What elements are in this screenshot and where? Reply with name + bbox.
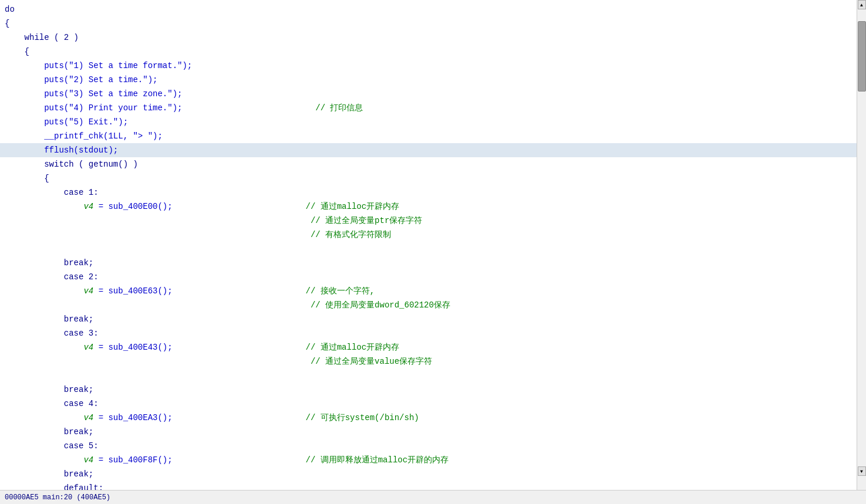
code-token: break;	[5, 385, 93, 394]
code-token: case 4:	[5, 399, 99, 408]
code-line: break;	[0, 312, 857, 326]
code-token: puts("2) Set a time.");	[5, 75, 157, 84]
code-token: puts("1) Set a time format.");	[5, 61, 192, 70]
status-text: 00000AE5 main:20 (400AE5)	[5, 493, 110, 502]
code-token: break;	[5, 469, 93, 479]
code-token: // 接收一个字符,	[173, 286, 375, 296]
code-line: // 通过全局变量value保存字符	[0, 354, 857, 368]
code-token: case 1:	[5, 188, 99, 197]
code-token: do	[5, 5, 15, 14]
code-token: // 可执行system(/bin/sh)	[173, 412, 419, 423]
code-line: fflush(stdout);	[0, 143, 857, 157]
code-line: switch ( getnum() )	[0, 157, 857, 171]
code-token: break;	[5, 427, 93, 437]
code-token: // 通过全局变量value保存字符	[5, 356, 432, 367]
scroll-down-arrow[interactable]: ▼	[858, 466, 866, 476]
code-token: puts("5) Exit.");	[5, 117, 128, 127]
code-line: v4 = sub_400E63(); // 接收一个字符,	[0, 284, 857, 298]
code-token: case 5:	[5, 441, 99, 451]
code-token: = sub_400EA3();	[93, 413, 172, 422]
code-token: = sub_400F8F();	[93, 455, 172, 465]
code-line: case 1:	[0, 185, 857, 199]
code-token: = sub_400E00();	[93, 202, 172, 211]
scroll-thumb[interactable]	[858, 21, 866, 92]
code-token: // 通过malloc开辟内存	[173, 342, 399, 353]
code-line: {	[0, 45, 857, 59]
code-line	[0, 242, 857, 256]
code-token: v4	[5, 455, 93, 465]
code-line: default:	[0, 481, 857, 490]
code-line: do	[0, 2, 857, 16]
code-token: {	[5, 174, 49, 183]
code-container: do{ while ( 2 ) { puts("1) Set a time fo…	[0, 0, 866, 490]
code-token: {	[5, 19, 9, 28]
code-line: case 4:	[0, 397, 857, 411]
code-line: v4 = sub_400E43(); // 通过malloc开辟内存	[0, 340, 857, 354]
code-token: // 打印信息	[182, 103, 363, 113]
code-line: puts("3) Set a time zone.");	[0, 87, 857, 101]
code-token: = sub_400E43();	[93, 343, 172, 352]
code-line: // 通过全局变量ptr保存字符	[0, 214, 857, 228]
code-token: = sub_400E63();	[93, 286, 172, 296]
code-token: case 3:	[5, 329, 99, 338]
code-line: v4 = sub_400EA3(); // 可执行system(/bin/sh)	[0, 411, 857, 425]
code-token: break;	[5, 314, 93, 324]
code-line: while ( 2 )	[0, 31, 857, 45]
code-line: puts("1) Set a time format.");	[0, 59, 857, 73]
code-token: v4	[5, 286, 93, 296]
code-token: switch ( getnum() )	[5, 160, 138, 169]
code-token: v4	[5, 343, 93, 352]
code-token: __printf_chk(1LL, "> ");	[5, 131, 163, 141]
code-token: default:	[5, 483, 103, 490]
code-token: while ( 2 )	[5, 33, 79, 42]
status-bar: 00000AE5 main:20 (400AE5)	[0, 490, 866, 504]
code-line: {	[0, 16, 857, 31]
code-line: v4 = sub_400F8F(); // 调用即释放通过malloc开辟的内存	[0, 453, 857, 467]
code-line: break;	[0, 256, 857, 270]
code-line: puts("5) Exit.");	[0, 115, 857, 129]
code-token: puts("3) Set a time zone.");	[5, 89, 182, 99]
code-line: puts("2) Set a time.");	[0, 73, 857, 87]
code-line: // 有格式化字符限制	[0, 228, 857, 242]
scroll-up-arrow[interactable]: ▲	[858, 0, 866, 9]
code-token: break;	[5, 258, 93, 268]
code-token: // 使用全局变量dword_602120保存	[5, 300, 450, 310]
code-token: puts("4) Print your time.");	[5, 103, 182, 113]
code-line: __printf_chk(1LL, "> ");	[0, 129, 857, 143]
code-token: // 有格式化字符限制	[5, 229, 391, 240]
code-line	[0, 368, 857, 383]
code-token: v4	[5, 413, 93, 422]
code-token: case 2:	[5, 272, 99, 282]
code-line: {	[0, 171, 857, 185]
code-token: fflush(stdout);	[5, 146, 118, 155]
code-line: break;	[0, 467, 857, 481]
code-line: // 使用全局变量dword_602120保存	[0, 298, 857, 312]
code-token: // 调用即释放通过malloc开辟的内存	[173, 455, 449, 465]
code-line: case 5:	[0, 439, 857, 453]
code-line: puts("4) Print your time."); // 打印信息	[0, 101, 857, 115]
code-line: break;	[0, 383, 857, 397]
code-token: v4	[5, 202, 93, 211]
code-line: break;	[0, 425, 857, 439]
code-line: v4 = sub_400E00(); // 通过malloc开辟内存	[0, 199, 857, 214]
code-line: case 2:	[0, 270, 857, 284]
scrollbar[interactable]: ▲ ▼	[857, 0, 866, 490]
code-token: {	[5, 47, 29, 56]
code-token: // 通过全局变量ptr保存字符	[5, 215, 422, 226]
code-area[interactable]: do{ while ( 2 ) { puts("1) Set a time fo…	[0, 0, 857, 490]
code-token: // 通过malloc开辟内存	[173, 201, 399, 212]
code-line: case 3:	[0, 326, 857, 340]
